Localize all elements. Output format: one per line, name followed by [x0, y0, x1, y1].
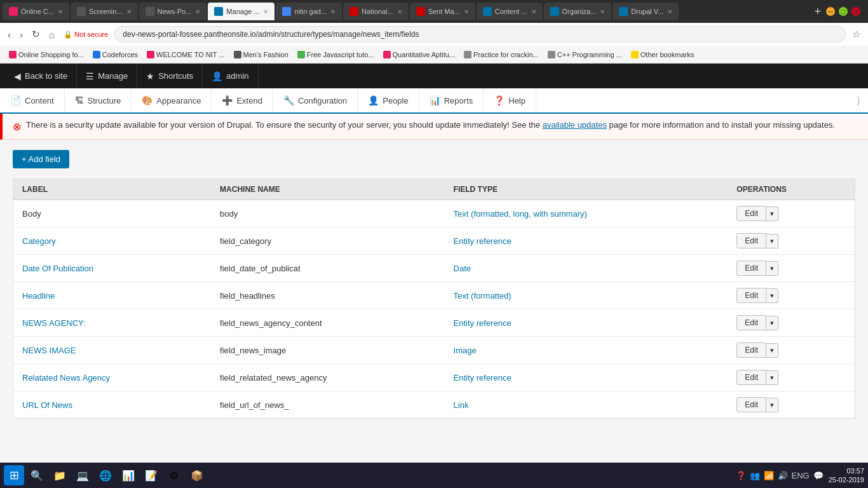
url-input[interactable] [114, 26, 846, 43]
field-operations: Edit▾ [728, 227, 855, 255]
manage-button[interactable]: ☰ Manage [77, 64, 137, 88]
field-machine-name: field_relatated_news_agency [211, 364, 445, 391]
bookmark-item[interactable]: Other bookmarks [627, 50, 698, 60]
edit-dropdown-button[interactable]: ▾ [766, 207, 778, 221]
browser-tab-t2[interactable]: Screenin...✕ [71, 3, 138, 20]
security-label: 🔒 Not secure [61, 30, 111, 39]
field-type-link[interactable]: Entity reference [454, 373, 512, 383]
field-label-link[interactable]: URL Of News [22, 400, 72, 410]
field-machine-name: field_news_image [211, 337, 445, 364]
field-type-column-header: FIELD TYPE [445, 179, 728, 200]
browser-tab-t4[interactable]: Manage ...✕ [208, 3, 275, 20]
edit-button[interactable]: Edit [736, 370, 766, 385]
edit-button[interactable]: Edit [736, 261, 766, 276]
bookmark-item[interactable]: Quantitative Aptitu... [379, 50, 459, 60]
field-label-link[interactable]: NEWS AGENCY: [22, 318, 86, 328]
bookmark-item[interactable]: WELCOME TO NIT ... [143, 50, 229, 60]
bookmark-button[interactable]: ☆ [850, 27, 863, 41]
browser-tab-t9[interactable]: Organiza...✕ [544, 3, 612, 20]
bookmark-item[interactable]: Online Shopping fo... [5, 50, 88, 60]
nav-item-reports[interactable]: 📊Reports [419, 88, 484, 112]
edit-dropdown-button[interactable]: ▾ [766, 288, 778, 303]
edit-button[interactable]: Edit [736, 206, 766, 221]
reload-button[interactable]: ↻ [29, 27, 43, 41]
edit-dropdown-button[interactable]: ▾ [766, 316, 778, 330]
bookmark-item[interactable]: Codeforces [89, 50, 142, 60]
admin-label: admin [226, 71, 248, 81]
edit-dropdown-button[interactable]: ▾ [766, 261, 778, 276]
field-machine-name: field_headlines [211, 282, 445, 309]
home-button[interactable]: ⌂ [46, 28, 57, 41]
field-type-link[interactable]: Entity reference [454, 236, 512, 246]
edit-dropdown-button[interactable]: ▾ [766, 370, 778, 385]
bookmark-item[interactable]: Free Javascript tuto... [294, 50, 378, 60]
edit-button[interactable]: Edit [736, 315, 766, 330]
field-type-link[interactable]: Text (formatted, long, with summary) [454, 209, 587, 219]
nav-item-extend[interactable]: ➕Extend [212, 88, 273, 112]
nav-item-appearance[interactable]: 🎨Appearance [132, 88, 212, 112]
field-type-link[interactable]: Text (formatted) [454, 291, 512, 301]
admin-button[interactable]: 👤 admin [203, 64, 258, 88]
field-type-link[interactable]: Date [454, 264, 471, 273]
field-label-link[interactable]: NEWS IMAGE [22, 346, 76, 355]
edit-dropdown-button[interactable]: ▾ [766, 234, 778, 248]
table-row: URL Of Newsfield_url_of_news_LinkEdit▾ [13, 391, 855, 419]
edit-button[interactable]: Edit [736, 397, 766, 412]
field-label: Body [13, 200, 212, 227]
table-row: Date Of Publicationfield_date_of_publica… [13, 255, 855, 282]
maximize-button[interactable]: □ [839, 7, 848, 16]
nav-item-structure[interactable]: 🏗Structure [65, 88, 132, 112]
star-icon: ★ [146, 71, 154, 81]
bookmark-item[interactable]: Practice for crackin... [460, 50, 543, 60]
table-row: NEWS IMAGEfield_news_imageImageEdit▾ [13, 337, 855, 364]
edit-button[interactable]: Edit [736, 288, 766, 303]
field-label-link[interactable]: Category [22, 236, 56, 246]
minimize-button[interactable]: ─ [826, 7, 835, 16]
browser-tab-t10[interactable]: Drupal V...✕ [613, 3, 679, 20]
nav-item-people[interactable]: 👤People [358, 88, 419, 112]
field-label-link[interactable]: Date Of Publication [22, 264, 93, 273]
field-type-link[interactable]: Link [454, 400, 469, 410]
field-operations: Edit▾ [728, 337, 855, 364]
field-machine-name: field_category [211, 227, 445, 255]
close-button[interactable]: ✕ [851, 7, 860, 16]
field-label-link[interactable]: Headline [22, 291, 55, 301]
browser-tab-t3[interactable]: News-Po...✕ [139, 3, 207, 20]
nav-item-content[interactable]: 📄Content [0, 88, 65, 112]
edit-dropdown-button[interactable]: ▾ [766, 398, 778, 412]
browser-tab-t5[interactable]: nitin gad...✕ [276, 3, 342, 20]
new-tab-button[interactable]: + [809, 5, 826, 18]
nav-item-configuration[interactable]: 🔧Configuration [273, 88, 358, 112]
table-header-row: LABEL MACHINE NAME FIELD TYPE OPERATIONS [13, 179, 855, 200]
nav-expand-button[interactable]: ⟩ [849, 95, 868, 107]
address-bar: ‹ › ↻ ⌂ 🔒 Not secure ☆ [0, 23, 868, 46]
field-machine-name: field_date_of_publicat [211, 255, 445, 282]
browser-tab-t1[interactable]: Online C...✕ [3, 3, 69, 20]
shortcuts-button[interactable]: ★ Shortcuts [137, 64, 203, 88]
forward-button[interactable]: › [17, 28, 25, 41]
field-operations: Edit▾ [728, 309, 855, 337]
browser-tab-t8[interactable]: Content ...✕ [477, 3, 543, 20]
table-row: Categoryfield_categoryEntity referenceEd… [13, 227, 855, 255]
back-button[interactable]: ‹ [5, 28, 13, 41]
field-operations: Edit▾ [728, 364, 855, 391]
browser-tab-t7[interactable]: Sent Ma...✕ [410, 3, 475, 20]
field-type-link[interactable]: Image [454, 346, 477, 355]
menu-icon: ☰ [86, 71, 94, 81]
field-label-link[interactable]: Relatated News Agency [22, 373, 110, 383]
field-type-link[interactable]: Entity reference [454, 318, 512, 328]
bookmark-item[interactable]: Men's Fashion [230, 50, 292, 60]
edit-button[interactable]: Edit [736, 342, 766, 358]
edit-dropdown-button[interactable]: ▾ [766, 343, 778, 358]
browser-chrome: Online C...✕Screenin...✕News-Po...✕Manag… [0, 0, 868, 64]
nav-item-help[interactable]: ❓Help [484, 88, 536, 112]
edit-button[interactable]: Edit [736, 233, 766, 248]
bookmark-item[interactable]: C++ Programming ... [544, 50, 626, 60]
bookmarks-bar: Online Shopping fo...CodeforcesWELCOME T… [0, 46, 868, 64]
browser-tab-t6[interactable]: National...✕ [343, 3, 409, 20]
field-operations: Edit▾ [728, 391, 855, 419]
add-field-button[interactable]: + Add field [13, 150, 69, 168]
field-machine-name: field_url_of_news_ [211, 391, 445, 419]
back-to-site-button[interactable]: ◀ Back to site [5, 64, 77, 88]
available-updates-link[interactable]: available updates [543, 120, 607, 130]
